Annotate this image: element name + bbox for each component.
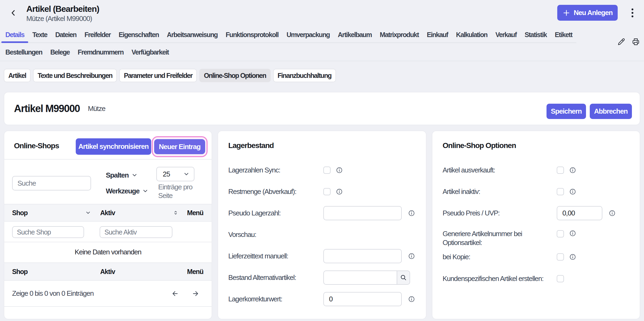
tab-label: Einkauf <box>427 31 448 39</box>
tab-statistik[interactable]: Statistik <box>524 27 547 42</box>
info-icon[interactable] <box>569 188 576 195</box>
dropdown-label: Werkzeuge <box>106 187 139 195</box>
save-button[interactable]: Speichern <box>547 104 586 119</box>
filter-shop-input[interactable] <box>12 226 84 238</box>
online-shop-optionen-card: Online-Shop Optionen Artikel ausverkauft… <box>432 131 640 319</box>
cancel-button[interactable]: Abbrechen <box>590 104 632 119</box>
column-header-menu: Menü <box>187 263 203 280</box>
artikel-inaktiv-checkbox[interactable] <box>557 188 564 195</box>
chevron-down-icon[interactable] <box>85 204 91 221</box>
column-header-aktiv[interactable]: Aktiv <box>100 204 115 221</box>
alternativartikel-input[interactable] <box>323 270 397 285</box>
form-row-generiere-artikelnummer: Generiere Artikelnummer bei Optionsartik… <box>443 224 629 247</box>
tab-belege[interactable]: Belege <box>50 44 70 61</box>
restmenge-checkbox[interactable] <box>323 188 331 195</box>
new-article-button[interactable]: Neu Anlegen <box>557 5 618 21</box>
content-columns: Online-Shops Artikel synchronisieren Neu… <box>4 131 640 319</box>
info-icon[interactable] <box>609 210 616 217</box>
lagerkorrekturwert-input[interactable] <box>323 292 402 306</box>
tab-label: Arbeitsanweisung <box>167 31 218 39</box>
secondary-tabs: Bestellungen Belege Fremdnummern Verfügb… <box>0 44 644 61</box>
sync-articles-button[interactable]: Artikel synchronisieren <box>76 138 151 155</box>
article-actions: Speichern Abbrechen <box>547 104 632 119</box>
info-icon[interactable] <box>408 296 415 302</box>
tab-einkauf[interactable]: Einkauf <box>427 27 448 42</box>
column-header-aktiv: Aktiv <box>100 263 115 280</box>
page-size-select[interactable]: 25 <box>156 167 194 181</box>
search-icon <box>400 274 407 281</box>
tab-texte[interactable]: Texte <box>32 27 47 42</box>
form-row-lagerkorrekturwert: Lagerkorrekturwert: <box>228 288 416 310</box>
alternativartikel-lookup-button[interactable] <box>397 270 410 285</box>
tab-kalkulation[interactable]: Kalkulation <box>456 27 487 42</box>
info-icon[interactable] <box>408 210 415 217</box>
chevron-left-icon <box>9 9 17 17</box>
kebab-icon <box>631 8 634 18</box>
online-shop-optionen-title: Online-Shop Optionen <box>443 141 629 150</box>
tab-label: Umverpackung <box>287 31 330 39</box>
page-subtitle: Mütze (Artikel M99000) <box>26 15 99 23</box>
form-label: Artikel ausverkauft: <box>443 166 557 175</box>
form-label: Artikel inaktiv: <box>443 187 557 196</box>
shops-search-input[interactable] <box>12 176 91 190</box>
pseudo-lagerzahl-input[interactable] <box>323 206 402 220</box>
tab-label: Funktionsprotokoll <box>226 31 278 39</box>
pill-online-shop-optionen[interactable]: Online-Shop Optionen <box>199 69 270 82</box>
new-entry-button[interactable]: Neuer Eintrag <box>154 139 205 154</box>
tab-arbeitsanweisung[interactable]: Arbeitsanweisung <box>167 27 218 42</box>
sort-icon[interactable] <box>173 204 179 221</box>
pill-texte-und-beschreibungen[interactable]: Texte und Beschreibungen <box>33 69 117 82</box>
pill-artikel[interactable]: Artikel <box>4 69 31 82</box>
tab-fremdnummern[interactable]: Fremdnummern <box>78 44 124 61</box>
column-header-shop[interactable]: Shop <box>12 204 28 221</box>
tab-verfuegbarkeit[interactable]: Verfügbarkeit <box>132 44 169 61</box>
table-header: Shop Aktiv Menü <box>4 204 212 222</box>
info-icon[interactable] <box>569 254 576 260</box>
online-shops-title: Online-Shops <box>14 141 59 151</box>
page-size-label: Einträge pro Seite <box>158 183 201 200</box>
back-button[interactable] <box>8 7 19 19</box>
article-name: Mütze <box>88 104 105 113</box>
info-icon[interactable] <box>336 188 343 195</box>
tab-bestellungen[interactable]: Bestellungen <box>5 44 42 61</box>
pill-parameter-und-freifelder[interactable]: Parameter und Freifelder <box>119 69 197 82</box>
next-page-button[interactable] <box>191 281 200 306</box>
bei-kopie-checkbox[interactable] <box>557 253 564 261</box>
form-row-kundenspezifisch: Kundenspezifischen Artikel erstellen: <box>443 267 629 290</box>
form-row-lagerzahlen-sync: Lagerzahlen Sync: <box>228 159 416 181</box>
generiere-artikelnummer-checkbox[interactable] <box>557 230 564 237</box>
tab-label: Bestellungen <box>5 48 42 56</box>
artikel-ausverkauft-checkbox[interactable] <box>557 167 564 174</box>
kebab-menu-button[interactable] <box>627 7 638 19</box>
tab-verkauf[interactable]: Verkauf <box>495 27 517 42</box>
filter-aktiv-input[interactable] <box>100 226 172 238</box>
plus-icon <box>562 9 570 17</box>
tab-details[interactable]: Details <box>5 27 24 42</box>
tab-etikett[interactable]: Etikett <box>555 27 572 42</box>
column-header-shop: Shop <box>12 263 28 280</box>
alternativartikel-input-group <box>323 270 410 285</box>
pill-finanzbuchhaltung[interactable]: Finanzbuchhaltung <box>273 69 336 82</box>
tab-funktionsprotokoll[interactable]: Funktionsprotokoll <box>226 27 278 42</box>
pseudo-preis-input[interactable] <box>557 206 602 220</box>
tab-artikelbaum[interactable]: Artikelbaum <box>338 27 372 42</box>
lieferzeittext-input[interactable] <box>323 249 402 263</box>
tab-matrixprodukt[interactable]: Matrixprodukt <box>380 27 419 42</box>
info-icon[interactable] <box>569 167 576 174</box>
previous-page-button[interactable] <box>170 281 180 306</box>
lagerzahlen-sync-checkbox[interactable] <box>323 167 331 174</box>
form-label: Bestand Alternativartikel: <box>228 273 323 282</box>
tab-freifelder[interactable]: Freifelder <box>84 27 110 42</box>
columns-dropdown[interactable]: Spalten <box>106 170 138 180</box>
lagerbestand-card: Lagerbestand Lagerzahlen Sync: Restmenge… <box>218 131 426 319</box>
tools-dropdown[interactable]: Werkzeuge <box>106 186 149 196</box>
info-icon[interactable] <box>336 167 343 174</box>
tab-umverpackung[interactable]: Umverpackung <box>287 27 330 42</box>
tab-label: Matrixprodukt <box>380 31 419 39</box>
info-icon[interactable] <box>569 230 576 237</box>
tab-eigenschaften[interactable]: Eigenschaften <box>119 27 159 42</box>
info-icon[interactable] <box>408 253 415 259</box>
title-block: Artikel (Bearbeiten) Mütze (Artikel M990… <box>26 4 99 23</box>
kundenspezifisch-checkbox[interactable] <box>557 275 564 282</box>
tab-dateien[interactable]: Dateien <box>55 27 77 42</box>
